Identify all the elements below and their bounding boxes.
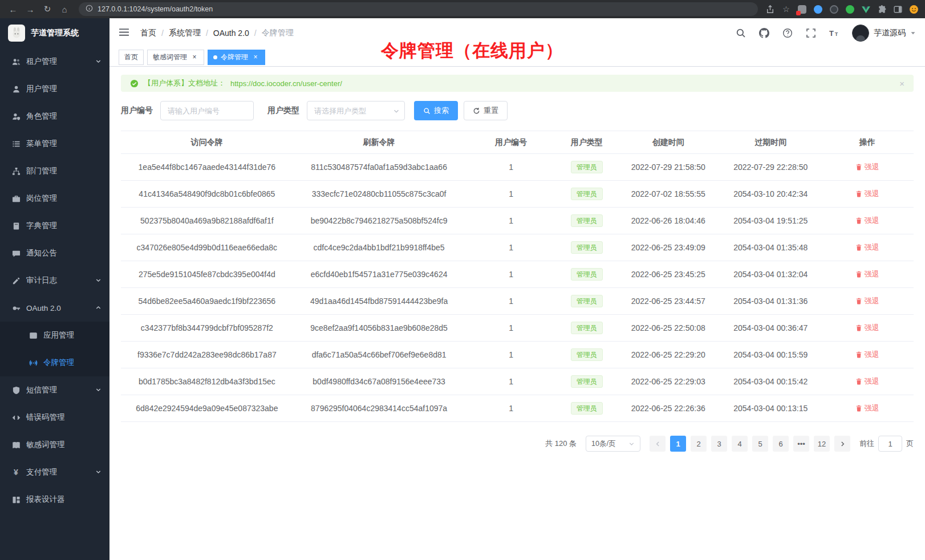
- next-page-button[interactable]: [834, 436, 850, 452]
- url-bar[interactable]: 127.0.0.1:1024/system/oauth2/token: [79, 2, 758, 16]
- page-button[interactable]: 1: [670, 436, 686, 452]
- sidebar-item-errcode[interactable]: 错误码管理: [0, 404, 109, 431]
- user-type-cell: 管理员: [557, 208, 616, 234]
- sidebar-item-oauth2-token[interactable]: 令牌管理: [0, 349, 109, 376]
- profile-avatar[interactable]: [908, 4, 919, 15]
- forward-button[interactable]: →: [23, 2, 38, 16]
- sidebar-item-user[interactable]: 用户管理: [0, 75, 109, 103]
- page-button[interactable]: 12: [814, 436, 830, 452]
- sidebar-item-dict[interactable]: 字典管理: [0, 212, 109, 240]
- header-tools: TT 芋道源码: [735, 25, 916, 42]
- more-pages-button[interactable]: •••: [793, 436, 809, 452]
- user-type-select[interactable]: [307, 101, 405, 120]
- sidebar-item-tenant[interactable]: 租户管理: [0, 48, 109, 75]
- sidebar-item-menu[interactable]: 菜单管理: [0, 130, 109, 157]
- avatar: [852, 25, 869, 42]
- sidebar-item-notice[interactable]: 通知公告: [0, 240, 109, 267]
- github-icon[interactable]: [758, 27, 770, 39]
- force-logout-button[interactable]: 强退: [855, 296, 879, 306]
- sidebar-item-sms[interactable]: 短信管理: [0, 376, 109, 404]
- force-logout-button[interactable]: 强退: [855, 162, 879, 172]
- force-logout-button[interactable]: 强退: [855, 323, 879, 333]
- app-logo[interactable]: 芋道管理系统: [0, 18, 109, 48]
- doc-link[interactable]: https://doc.iocoder.cn/user-center/: [230, 79, 342, 88]
- close-icon[interactable]: ×: [899, 79, 904, 88]
- tab-home[interactable]: 首页: [119, 50, 144, 65]
- user-id-cell: 1: [465, 208, 557, 234]
- home-button[interactable]: ⌂: [57, 2, 72, 16]
- vue-devtools-icon[interactable]: [861, 4, 871, 15]
- share-icon[interactable]: [765, 4, 776, 15]
- sidebar-item-pay[interactable]: ¥支付管理: [0, 458, 109, 486]
- breadcrumb-item[interactable]: 首页: [140, 28, 156, 38]
- column-header: 访问令牌: [121, 131, 293, 154]
- extension-icon[interactable]: [797, 4, 808, 15]
- force-logout-button[interactable]: 强退: [855, 376, 879, 387]
- help-icon[interactable]: [782, 27, 793, 39]
- close-icon[interactable]: ×: [251, 53, 259, 61]
- force-logout-button[interactable]: 强退: [855, 242, 879, 253]
- user-id-input[interactable]: [160, 101, 254, 120]
- user-type-cell: 管理员: [557, 368, 616, 395]
- extension-icon[interactable]: [813, 4, 823, 15]
- user-menu[interactable]: 芋道源码: [852, 25, 916, 42]
- extension-icon[interactable]: [845, 4, 855, 15]
- column-header: 过期时间: [720, 131, 821, 154]
- column-header: 刷新令牌: [293, 131, 465, 154]
- force-logout-button[interactable]: 强退: [855, 350, 879, 360]
- sidebar-item-role[interactable]: 角色管理: [0, 103, 109, 130]
- user-id-cell: 1: [465, 288, 557, 315]
- search-button[interactable]: 搜索: [414, 101, 458, 120]
- table-row: 41c41346a548490f9dc8b01c6bfe0865333ecfc7…: [121, 181, 914, 208]
- sidebar-item-audit-log[interactable]: 审计日志: [0, 267, 109, 294]
- table-row: 1ea5e44f8bc1467aaede43144f31de76811c5304…: [121, 154, 914, 181]
- sidebar-item-oauth2[interactable]: OAuth 2.0: [0, 294, 109, 322]
- refresh-token-cell: 333ecfc71e02480cb11055c875c3ca0f: [293, 181, 465, 208]
- close-icon[interactable]: ×: [190, 53, 198, 61]
- force-logout-button[interactable]: 强退: [855, 216, 879, 226]
- sidebar-item-report[interactable]: 报表设计器: [0, 486, 109, 513]
- font-size-icon[interactable]: TT: [829, 27, 840, 39]
- page-button[interactable]: 6: [773, 436, 789, 452]
- force-logout-button[interactable]: 强退: [855, 269, 879, 279]
- breadcrumb-item[interactable]: 系统管理: [169, 28, 201, 38]
- search-icon[interactable]: [735, 27, 747, 39]
- breadcrumb: 首页/系统管理/OAuth 2.0/令牌管理: [140, 28, 294, 38]
- page-button[interactable]: 5: [752, 436, 768, 452]
- sidebar-item-dept[interactable]: 部门管理: [0, 157, 109, 185]
- breadcrumb-item[interactable]: OAuth 2.0: [213, 29, 249, 38]
- puzzle-icon[interactable]: [877, 4, 887, 15]
- user-type-label: 用户类型: [267, 105, 299, 116]
- back-button[interactable]: ←: [6, 2, 21, 16]
- prev-page-button[interactable]: [650, 436, 666, 452]
- extension-icon[interactable]: [829, 4, 839, 15]
- page-button[interactable]: 4: [732, 436, 748, 452]
- sidebar-item-sensitive[interactable]: 敏感词管理: [0, 431, 109, 458]
- tab-token[interactable]: 令牌管理×: [208, 50, 265, 65]
- breadcrumb-item: 令牌管理: [262, 28, 294, 38]
- table-row: 502375b8040a469a9b82188afdf6af1fbe90422b…: [121, 208, 914, 234]
- expire-time-cell: 2054-03-04 00:36:47: [720, 315, 821, 342]
- hamburger-icon[interactable]: [119, 27, 131, 39]
- refresh-token-cell: dfa6c71a50a54c66bef706ef9e6e8d81: [293, 342, 465, 368]
- split-view-icon[interactable]: [892, 4, 903, 15]
- user-id-cell: 1: [465, 395, 557, 422]
- reload-button[interactable]: ↻: [40, 2, 55, 16]
- goto-page-input[interactable]: [878, 436, 902, 452]
- page-button[interactable]: 2: [691, 436, 707, 452]
- page-size-select[interactable]: 10条/页: [586, 436, 640, 452]
- expire-time-cell: 2054-03-04 01:32:04: [720, 261, 821, 288]
- fullscreen-icon[interactable]: [805, 27, 817, 39]
- force-logout-button[interactable]: 强退: [855, 189, 879, 199]
- force-logout-button[interactable]: 强退: [855, 403, 879, 413]
- reset-button[interactable]: 重置: [464, 101, 508, 120]
- user-type-select-input[interactable]: [307, 101, 405, 120]
- page-button[interactable]: 3: [711, 436, 727, 452]
- book-icon: [11, 221, 21, 230]
- logo-rabbit-icon: [8, 25, 25, 42]
- sidebar-item-post[interactable]: 岗位管理: [0, 185, 109, 212]
- bookmark-star-icon[interactable]: ☆: [781, 4, 792, 15]
- tab-sensitive-word[interactable]: 敏感词管理×: [147, 50, 204, 65]
- user-id-cell: 1: [465, 315, 557, 342]
- sidebar-item-oauth2-app[interactable]: 应用管理: [0, 322, 109, 349]
